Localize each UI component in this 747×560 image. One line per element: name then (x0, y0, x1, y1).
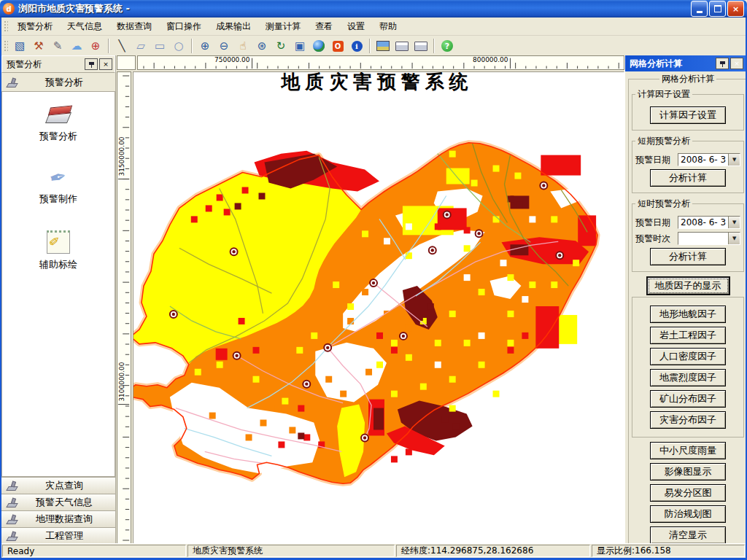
menu-item-8[interactable]: 设置 (340, 18, 372, 34)
menu-item-7[interactable]: 查看 (308, 18, 340, 34)
stop-tool-glyph: O (333, 41, 344, 52)
sidebar-item-warn-analysis[interactable]: 预警分析 (2, 104, 115, 143)
status-system-name: 地质灾害预警系统 (187, 545, 395, 557)
cloud-tool-icon[interactable]: ☁ (68, 37, 85, 55)
warn-produce-label: 预警制作 (39, 192, 77, 206)
rect-draw-tool-icon[interactable]: ▭ (151, 37, 169, 55)
short-time-hour-label: 预警时次 (635, 233, 678, 245)
zoom-out-tool-icon[interactable]: ⊖ (215, 37, 233, 55)
minimize-button[interactable] (691, 1, 708, 17)
zoom-extent-tool-icon[interactable]: ⊛ (253, 37, 271, 55)
sidebar-item-disaster-point-query[interactable]: 灾点查询 (1, 477, 115, 494)
sidebar-item-geo-data-query[interactable]: 地理数据查询 (1, 510, 115, 527)
sidebar-item-project-manage[interactable]: 工程管理 (1, 527, 115, 544)
factor-setting-button[interactable]: 计算因子设置 (650, 106, 726, 124)
restore-button[interactable] (709, 1, 726, 17)
extra-button-5[interactable]: 清空显示 (650, 526, 726, 544)
extra-button-4[interactable]: 防治规划图 (650, 505, 726, 523)
print-preview-tool-glyph (414, 42, 427, 51)
disaster-point-query-label: 灾点查询 (18, 479, 111, 492)
right-panel-close-button[interactable]: × (730, 58, 743, 69)
menu-item-1[interactable]: 预警分析 (10, 18, 60, 34)
factor-button-4[interactable]: 地震烈度因子 (650, 369, 726, 386)
hammer-tool-icon[interactable]: ✎ (49, 37, 66, 55)
menu-item-2[interactable]: 天气信息 (60, 18, 109, 34)
short-term-group: 短期预警分析 预警日期 2008- 6- 3 ▼ 分析计算 (632, 135, 744, 193)
factor-button-5[interactable]: 矿山分布因子 (650, 390, 726, 408)
short-time-hour-select[interactable]: ▼ (678, 232, 740, 245)
ellipse-draw-tool-icon[interactable]: ○ (170, 37, 187, 55)
left-panel-close-button[interactable]: × (99, 58, 112, 70)
refresh-page-tool-icon[interactable]: ↻ (272, 37, 290, 55)
left-panel-bottom-items: 灾点查询预警天气信息地理数据查询工程管理 (1, 477, 115, 544)
short-term-analyze-button[interactable]: 分析计算 (650, 169, 726, 187)
factor-button-1[interactable]: 地形地貌因子 (650, 306, 726, 323)
left-panel-pin-button[interactable] (85, 58, 98, 70)
zoom-in-tool-icon[interactable]: ⊕ (196, 37, 214, 55)
print-tool-icon[interactable] (393, 37, 411, 55)
toolbar-separator (433, 39, 435, 53)
print-preview-tool-icon[interactable] (412, 37, 430, 55)
short-term-date-select[interactable]: 2008- 6- 3 ▼ (678, 153, 740, 166)
sidebar-item-aux-plot[interactable]: ✏辅助标绘 (2, 230, 115, 271)
geo-data-query-icon (6, 514, 18, 524)
map-image-tool-icon[interactable] (374, 37, 392, 55)
window-border-left (0, 18, 1, 560)
short-time-analyze-button[interactable]: 分析计算 (650, 248, 726, 265)
warn-weather-info-icon (6, 497, 18, 508)
sidebar-item-warn-weather-info[interactable]: 预警天气信息 (1, 494, 115, 510)
pin-icon (88, 61, 95, 68)
extra-buttons: 中小尺度雨量影像图显示易发分区图防治规划图清空显示 (632, 442, 744, 544)
warn-produce-icon: ✒ (47, 166, 69, 190)
copy-layers-tool-icon[interactable]: ▣ (291, 37, 309, 55)
short-time-date-select[interactable]: 2008- 6- 3 ▼ (678, 216, 740, 229)
polygon-draw-tool-icon[interactable]: ▱ (132, 37, 150, 55)
close-button[interactable]: × (727, 1, 744, 17)
info-tool-glyph: i (352, 41, 363, 52)
factor-button-6[interactable]: 灾害分布因子 (650, 411, 726, 429)
chevron-down-icon[interactable]: ▼ (728, 217, 740, 228)
left-panel-header-label: 预警分析 (18, 76, 111, 89)
help-tool-icon[interactable]: ? (438, 37, 456, 55)
warn-stamp-tool-icon[interactable]: ⚒ (30, 37, 47, 55)
geo-factor-display-button[interactable]: 地质因子的显示 (646, 276, 730, 295)
menu-item-4[interactable]: 窗口操作 (159, 18, 209, 34)
sidebar-item-warn-produce[interactable]: ✒预警制作 (2, 168, 115, 206)
status-coordinates: 经纬度:114.296875,28.162686 (396, 545, 590, 557)
factor-button-3[interactable]: 人口密度因子 (650, 348, 726, 365)
left-panel-header[interactable]: 预警分析 (1, 73, 115, 92)
project-manage-label: 工程管理 (18, 529, 111, 542)
warning-map (133, 143, 597, 484)
factor-button-2[interactable]: 岩土工程因子 (650, 327, 726, 344)
stop-tool-icon[interactable]: O (329, 37, 347, 55)
menu-item-5[interactable]: 成果输出 (209, 18, 258, 34)
aux-plot-label: 辅助标绘 (39, 258, 77, 271)
globe-tool-icon[interactable] (310, 37, 328, 55)
extra-button-2[interactable]: 影像图显示 (650, 463, 726, 481)
grid-analysis-group: 网格分析计算 计算因子设置 计算因子设置 短期预警分析 预警日期 2008- 6… (628, 73, 746, 544)
right-panel-pin-button[interactable] (716, 58, 729, 69)
center-target-tool-icon[interactable]: ⊕ (87, 37, 104, 55)
right-panel-title: 网格分析计算 (627, 58, 714, 70)
stamp-icon (6, 77, 18, 88)
map-canvas[interactable]: 地质灾害预警系统 (133, 71, 624, 544)
warn-weather-info-label: 预警天气信息 (18, 496, 111, 509)
line-draw-tool-icon[interactable]: ╲ (113, 37, 131, 55)
chevron-down-icon[interactable]: ▼ (728, 233, 740, 244)
extra-button-3[interactable]: 易发分区图 (650, 484, 726, 502)
short-time-date-value: 2008- 6- 3 (678, 217, 728, 228)
short-term-date-label: 预警日期 (635, 154, 678, 166)
menu-item-3[interactable]: 数据查询 (109, 18, 159, 34)
disaster-point-query-icon (6, 481, 18, 491)
pan-tool-icon[interactable]: ☝ (234, 37, 252, 55)
chevron-down-icon[interactable]: ▼ (728, 154, 740, 166)
menu-item-6[interactable]: 测量计算 (258, 18, 308, 34)
info-tool-icon[interactable]: i (348, 37, 365, 55)
menu-item-9[interactable]: 帮助 (372, 18, 404, 34)
select-map-tool-icon[interactable]: ▧ (11, 37, 28, 55)
left-panel-title: 预警分析 (4, 58, 83, 71)
help-tool-glyph: ? (441, 40, 453, 52)
map-image-tool-glyph (376, 41, 390, 51)
extra-button-1[interactable]: 中小尺度雨量 (650, 442, 726, 459)
toolbar-separator (108, 39, 109, 53)
